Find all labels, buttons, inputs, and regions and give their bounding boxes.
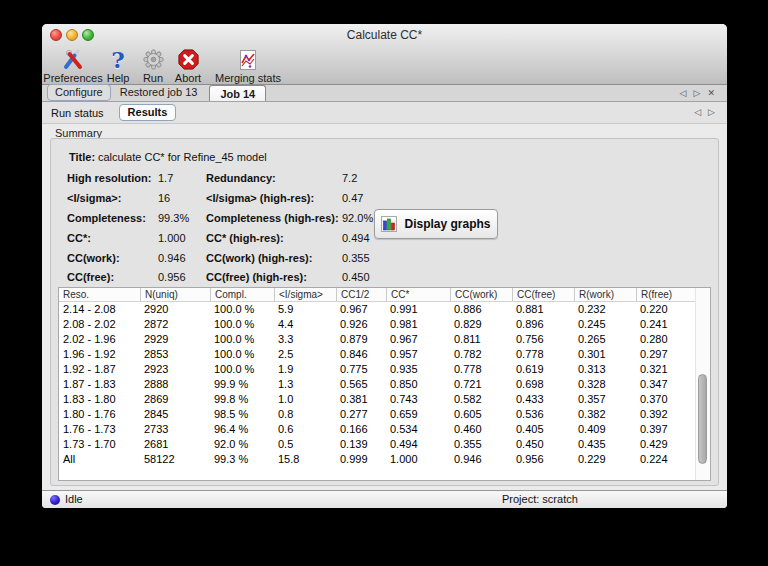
column-header[interactable]: CC*: [386, 288, 450, 301]
table-cell: 0.435: [574, 437, 636, 452]
stat-label: CC*:: [67, 231, 91, 245]
table-cell: 1.80 - 1.76: [59, 407, 140, 422]
stat-value: 0.450: [342, 270, 370, 284]
table-row[interactable]: 1.76 - 1.73273396.4 %0.60.1660.5340.4600…: [59, 422, 710, 437]
close-tab-icon[interactable]: ✕: [707, 89, 715, 98]
table-cell: 0.896: [512, 317, 574, 332]
abort-icon: [177, 47, 200, 72]
table-row[interactable]: All5812299.3 %15.80.9991.0000.9460.9560.…: [59, 452, 710, 467]
display-graphs-button[interactable]: Display graphs: [374, 209, 498, 239]
stat-value: 92.0%: [342, 211, 373, 225]
table-cell: 100.0 %: [210, 362, 274, 377]
help-button[interactable]: ? Help: [100, 46, 136, 84]
abort-button[interactable]: Abort: [170, 46, 206, 84]
table-cell: 0.277: [336, 407, 386, 422]
column-header[interactable]: <I/sigma>: [274, 288, 336, 301]
table-cell: 2869: [140, 392, 210, 407]
table-row[interactable]: 1.96 - 1.922853100.0 %2.50.8460.9570.782…: [59, 347, 710, 362]
table-cell: 1.96 - 1.92: [59, 347, 140, 362]
table-cell: 2929: [140, 332, 210, 347]
table-cell: 0.301: [574, 347, 636, 362]
merging-stats-icon: [238, 47, 258, 72]
table-cell: 2.5: [274, 347, 336, 362]
column-header[interactable]: CC1/2: [336, 288, 386, 301]
results-table: Reso.N(uniq)Compl.<I/sigma>CC1/2CC*CC(wo…: [58, 287, 711, 481]
table-cell: 0.967: [386, 332, 450, 347]
window-title: Calculate CC*: [42, 28, 727, 42]
table-cell: 100.0 %: [210, 347, 274, 362]
table-cell: 0.536: [512, 407, 574, 422]
status-text: Idle: [65, 493, 83, 505]
table-cell: 2845: [140, 407, 210, 422]
table-cell: 0.782: [450, 347, 512, 362]
job-tabbar: Configure Restored job 13 Job 14 ◁ ▷ ✕: [42, 85, 727, 102]
stat-value: 0.946: [158, 251, 186, 265]
column-header[interactable]: CC(work): [450, 288, 512, 301]
table-cell: 1.73 - 1.70: [59, 437, 140, 452]
table-cell: 0.381: [336, 392, 386, 407]
titlebar[interactable]: Calculate CC*: [42, 24, 727, 46]
stat-value: 0.494: [342, 231, 370, 245]
next-tab-arrow-icon[interactable]: ▷: [694, 89, 701, 98]
tab-job-14[interactable]: Job 14: [209, 85, 266, 101]
tab-run-status[interactable]: Run status: [42, 107, 113, 119]
table-cell: 0.232: [574, 302, 636, 317]
next-subtab-arrow-icon[interactable]: ▷: [708, 108, 715, 117]
table-cell: 1.0: [274, 392, 336, 407]
project-label: Project: scratch: [502, 493, 578, 505]
column-header[interactable]: CC(free): [512, 288, 574, 301]
stat-label: Completeness:: [67, 211, 146, 225]
stat-value: 0.47: [342, 191, 363, 205]
stat-label: CC(work) (high-res):: [206, 251, 312, 265]
column-header[interactable]: Compl.: [210, 288, 274, 301]
stat-value: 0.355: [342, 251, 370, 265]
statusbar: Idle Project: scratch: [42, 490, 727, 508]
toolbar-label: Help: [107, 73, 130, 84]
results-table-body: 2.14 - 2.082920100.0 %5.90.9670.9910.886…: [59, 302, 710, 467]
table-row[interactable]: 1.83 - 1.80286999.8 %1.00.3810.7430.5820…: [59, 392, 710, 407]
tab-configure[interactable]: Configure: [47, 84, 111, 101]
preferences-button[interactable]: Preferences: [46, 46, 100, 84]
table-row[interactable]: 1.80 - 1.76284598.5 %0.80.2770.6590.6050…: [59, 407, 710, 422]
subtab-nav-controls: ◁ ▷: [694, 108, 727, 117]
table-row[interactable]: 2.02 - 1.962929100.0 %3.30.8790.9670.811…: [59, 332, 710, 347]
table-cell: 0.619: [512, 362, 574, 377]
table-cell: 0.534: [386, 422, 450, 437]
summary-stat-row: High resolution: 1.7 Redundancy: 7.2: [51, 171, 718, 185]
tab-results[interactable]: Results: [119, 104, 177, 121]
summary-stat-row: <I/sigma>: 16 <I/sigma> (high-res): 0.47: [51, 191, 718, 205]
prev-subtab-arrow-icon[interactable]: ◁: [694, 108, 701, 117]
table-row[interactable]: 1.92 - 1.872923100.0 %1.90.7750.9350.778…: [59, 362, 710, 377]
table-row[interactable]: 1.87 - 1.83288899.9 %1.30.5650.8500.7210…: [59, 377, 710, 392]
table-cell: 3.3: [274, 332, 336, 347]
run-button[interactable]: Run: [136, 46, 170, 84]
table-cell: 0.357: [574, 392, 636, 407]
prev-tab-arrow-icon[interactable]: ◁: [680, 89, 687, 98]
merging-stats-button[interactable]: Merging stats: [206, 46, 290, 84]
stat-value: 99.3%: [158, 211, 189, 225]
column-header[interactable]: Reso.: [59, 288, 140, 301]
table-cell: 0.494: [386, 437, 450, 452]
table-cell: 0.166: [336, 422, 386, 437]
scrollbar-thumb[interactable]: [698, 374, 707, 464]
table-cell: 0.846: [336, 347, 386, 362]
table-cell: 0.829: [450, 317, 512, 332]
table-cell: 2872: [140, 317, 210, 332]
help-icon: ?: [111, 47, 124, 72]
table-row[interactable]: 2.14 - 2.082920100.0 %5.90.9670.9910.886…: [59, 302, 710, 317]
table-cell: 2733: [140, 422, 210, 437]
vertical-scrollbar[interactable]: [695, 288, 710, 480]
column-header[interactable]: N(uniq): [140, 288, 210, 301]
table-cell: 96.4 %: [210, 422, 274, 437]
table-cell: 0.999: [336, 452, 386, 467]
table-row[interactable]: 2.08 - 2.022872100.0 %4.40.9260.9810.829…: [59, 317, 710, 332]
table-cell: 100.0 %: [210, 317, 274, 332]
run-gear-icon: [142, 47, 165, 72]
table-row[interactable]: 1.73 - 1.70268192.0 %0.50.1390.4940.3550…: [59, 437, 710, 452]
tab-restored-job-13[interactable]: Restored job 13: [111, 84, 207, 101]
table-cell: 0.991: [386, 302, 450, 317]
column-header[interactable]: R(work): [574, 288, 636, 301]
table-cell: 0.850: [386, 377, 450, 392]
table-cell: 1.76 - 1.73: [59, 422, 140, 437]
table-cell: 0.382: [574, 407, 636, 422]
